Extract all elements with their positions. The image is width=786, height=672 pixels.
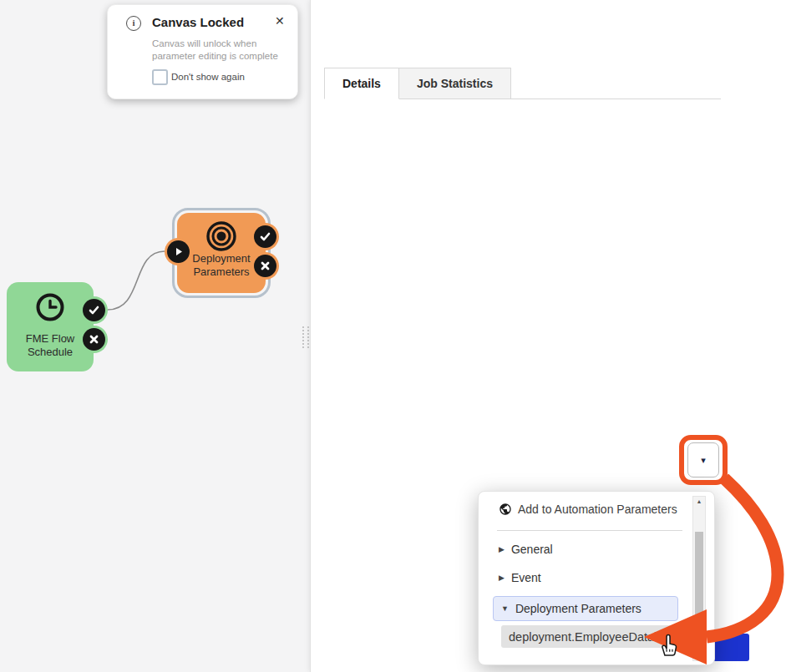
scrollbar-thumb[interactable] [695, 532, 703, 629]
panel-resize-handle[interactable] [302, 326, 310, 349]
add-to-automation-parameters-item[interactable]: Add to Automation Parameters [499, 503, 677, 516]
tab-job-statistics[interactable]: Job Statistics [399, 68, 511, 99]
failure-port-icon[interactable] [254, 255, 276, 277]
success-port-icon[interactable] [254, 225, 276, 248]
success-port-icon[interactable] [83, 299, 105, 321]
panel-tab-bar: Details Job Statistics [324, 68, 721, 99]
node-label: Deployment Parameters [177, 252, 266, 279]
menu-group-event[interactable]: ▶ Event [499, 571, 541, 584]
canvas-locked-toast: i Canvas Locked ✕ Canvas will unlock whe… [107, 4, 298, 99]
ok-button[interactable] [712, 634, 749, 661]
toast-title: Canvas Locked [152, 15, 244, 29]
node-fme-flow-schedule[interactable]: FME Flow Schedule [7, 282, 94, 371]
automation-parameters-menu: Add to Automation Parameters ▶ General ▶… [478, 491, 715, 665]
node-label: FME Flow Schedule [7, 332, 94, 359]
tab-label: Job Statistics [417, 77, 493, 90]
menu-header-label: Add to Automation Parameters [518, 503, 677, 516]
tab-label: Details [342, 77, 381, 90]
input-port-icon[interactable] [167, 240, 190, 263]
expanded-caret-icon: ▼ [501, 604, 509, 613]
tab-details[interactable]: Details [324, 68, 399, 99]
info-icon: i [126, 16, 141, 31]
collapsed-caret-icon: ▶ [499, 573, 505, 582]
globe-icon [499, 503, 512, 516]
menu-group-general[interactable]: ▶ General [499, 543, 553, 556]
menu-group-deployment-parameters[interactable]: ▼ Deployment Parameters [493, 596, 678, 621]
menu-group-label: Event [511, 571, 541, 584]
clock-icon [34, 291, 66, 326]
scroll-down-icon[interactable]: ▼ [693, 653, 705, 659]
collapsed-caret-icon: ▶ [499, 545, 505, 553]
menu-divider [497, 530, 682, 531]
toast-message: Canvas will unlock when parameter editin… [152, 38, 279, 63]
menu-scrollbar[interactable]: ▲ ▼ [692, 496, 706, 661]
node-deployment-parameters[interactable]: Deployment Parameters [177, 213, 266, 293]
dont-show-again-label: Don't show again [171, 72, 245, 82]
dont-show-again-checkbox[interactable] [152, 69, 168, 85]
toast-close-icon[interactable]: ✕ [275, 14, 285, 28]
menu-item-label: deployment.EmployeeDatabase [509, 630, 681, 644]
annotation-highlight-box [679, 435, 728, 485]
menu-group-label: General [511, 543, 553, 556]
menu-item-deployment-employeedatabase[interactable]: deployment.EmployeeDatabase [501, 625, 678, 648]
scroll-up-icon[interactable]: ▲ [693, 498, 705, 504]
failure-port-icon[interactable] [83, 328, 105, 351]
menu-group-label: Deployment Parameters [515, 602, 641, 615]
